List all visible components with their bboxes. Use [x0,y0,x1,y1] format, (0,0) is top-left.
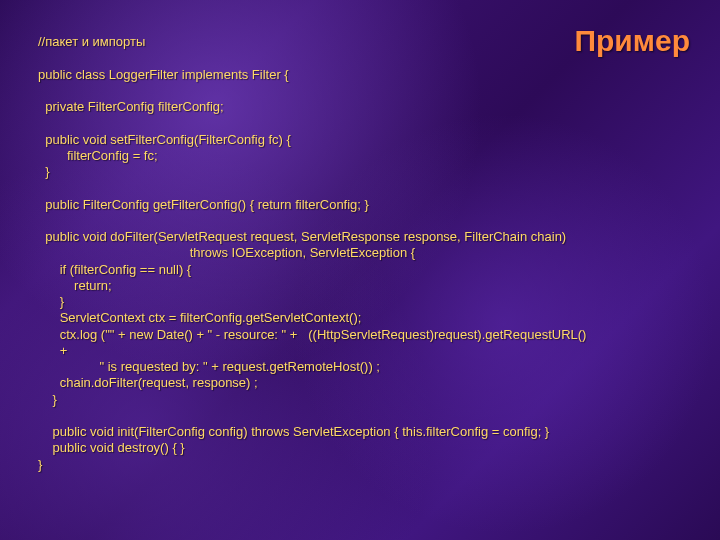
code-line: private FilterConfig filterConfig; [38,99,224,114]
code-line: public void setFilterConfig(FilterConfig… [38,132,291,147]
code-line: public void init(FilterConfig config) th… [38,424,549,439]
code-line: //пакет и импорты [38,34,145,49]
code-line: } [38,392,57,407]
code-line: ctx.log ("" + new Date() + " - resource:… [38,327,586,342]
code-line: } [38,457,42,472]
code-block: //пакет и импорты public class LoggerFil… [38,34,690,473]
code-line: ServletContext ctx = filterConfig.getSer… [38,310,361,325]
code-line: } [38,164,50,179]
code-line: public FilterConfig getFilterConfig() { … [38,197,369,212]
code-line: } [38,294,64,309]
code-line: public class LoggerFilter implements Fil… [38,67,289,82]
code-line: public void destroy() { } [38,440,185,455]
code-line: return; [38,278,112,293]
code-line: if (filterConfig == null) { [38,262,191,277]
code-line: throws IOException, ServletException { [38,245,415,260]
code-line: chain.doFilter(request, response) ; [38,375,258,390]
slide: Пример //пакет и импорты public class Lo… [0,0,720,540]
code-line: filterConfig = fc; [38,148,158,163]
code-line: " is requested by: " + request.getRemote… [38,359,380,374]
code-line: + [38,343,67,358]
code-line: public void doFilter(ServletRequest requ… [38,229,566,244]
